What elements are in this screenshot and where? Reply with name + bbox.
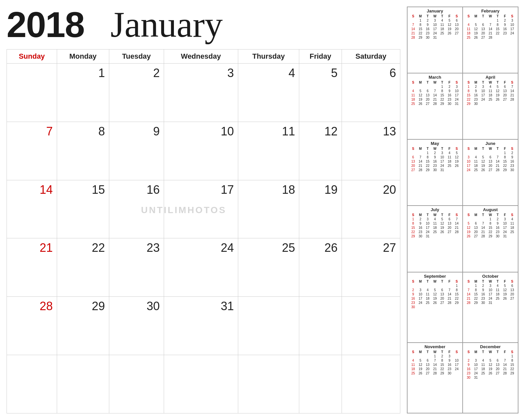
mini-month-title: January	[410, 9, 460, 13]
mini-cal-day	[472, 18, 479, 23]
mini-cal-day: 24	[509, 31, 516, 35]
mini-cal-day: 25	[410, 371, 417, 375]
mini-cal-day: 30	[479, 301, 487, 305]
mini-cal-day: 3	[501, 217, 509, 221]
mini-cal-day: 1	[453, 284, 460, 288]
mini-cal-day: 8	[501, 155, 509, 159]
mini-cal-day: 15	[417, 27, 424, 31]
mini-col-header: W	[487, 80, 494, 85]
mini-cal-day: 24	[487, 296, 494, 301]
big-cal-day: 7	[7, 122, 57, 180]
mini-cal-day: 7	[410, 23, 417, 27]
mini-cal-day: 16	[410, 296, 417, 301]
mini-cal-day: 14	[431, 93, 438, 97]
mini-cal-day: 9	[494, 221, 501, 226]
big-cal-day: 2	[109, 64, 164, 122]
mini-cal-day: 12	[465, 226, 472, 230]
mini-cal-day: 21	[410, 31, 417, 35]
mini-cal-day: 5	[465, 221, 472, 226]
mini-col-header: T	[494, 350, 501, 354]
mini-cal-day: 18	[431, 226, 438, 230]
big-cal-day	[342, 297, 400, 355]
mini-cal-day	[487, 354, 494, 358]
mini-col-header: M	[417, 279, 424, 284]
mini-cal-day: 22	[501, 164, 509, 168]
mini-cal-day	[410, 151, 417, 155]
mini-col-header: W	[487, 350, 494, 354]
mini-cal-day: 22	[487, 230, 494, 234]
mini-col-header: W	[431, 14, 438, 18]
mini-cal-day: 12	[487, 363, 494, 367]
mini-cal-day: 16	[431, 159, 438, 164]
mini-cal-day: 18	[424, 296, 431, 301]
mini-cal-day: 17	[509, 27, 516, 31]
mini-cal-day: 12	[479, 159, 487, 164]
mini-cal-day	[494, 375, 501, 380]
mini-cal-day: 30	[494, 234, 501, 238]
mini-col-header: T	[494, 14, 501, 18]
mini-cal-day: 5	[446, 18, 453, 23]
mini-cal-day: 18	[487, 93, 494, 97]
mini-cal-day: 3	[446, 354, 453, 358]
mini-cal-day: 22	[424, 164, 431, 168]
mini-cal-day: 18	[410, 97, 417, 102]
mini-cal-day: 8	[509, 358, 516, 363]
mini-cal-day: 13	[424, 93, 431, 97]
mini-col-header: S	[509, 279, 516, 284]
mini-month-title: February	[465, 9, 516, 13]
mini-cal-day: 13	[501, 89, 509, 93]
mini-cal-day: 6	[472, 221, 479, 226]
mini-cal-day: 19	[494, 93, 501, 97]
mini-cal-day: 14	[465, 292, 472, 296]
mini-cal-day: 11	[431, 221, 438, 226]
mini-cal-day	[453, 354, 460, 358]
mini-cal-day: 29	[424, 168, 431, 172]
big-cal-day	[342, 355, 400, 413]
mini-col-header: W	[431, 279, 438, 284]
mini-cal-day: 17	[417, 296, 424, 301]
mini-cal-day	[431, 85, 438, 89]
mini-cal-day: 8	[410, 221, 417, 226]
mini-cal-day: 24	[479, 97, 487, 102]
col-saturday: Saturday	[342, 50, 400, 64]
mini-cal-day: 12	[431, 292, 438, 296]
mini-cal-day: 15	[509, 363, 516, 367]
mini-cal-day: 2	[417, 217, 424, 221]
mini-cal-day: 25	[465, 35, 472, 40]
mini-month: AugustSMTWTFS123456789101112131415161718…	[463, 206, 518, 272]
mini-col-header: S	[410, 279, 417, 284]
mini-month: AprilSMTWTFS1234567891011121314151617181…	[463, 73, 518, 139]
mini-cal-day: 22	[439, 97, 446, 102]
big-cal-day: 5	[299, 64, 342, 122]
mini-cal-day: 12	[501, 288, 509, 292]
mini-cal-day: 14	[509, 89, 516, 93]
mini-cal-day	[453, 168, 460, 172]
mini-col-header: S	[410, 213, 417, 217]
big-cal-day	[299, 355, 342, 413]
mini-cal-day: 19	[487, 367, 494, 371]
mini-col-header: T	[479, 14, 487, 18]
mini-cal-day: 21	[431, 367, 438, 371]
mini-cal-day: 1	[509, 354, 516, 358]
mini-cal-day: 26	[417, 102, 424, 106]
mini-cal-day: 22	[472, 296, 479, 301]
mini-cal-day: 4	[439, 18, 446, 23]
mini-cal-day	[494, 35, 501, 40]
mini-cal-day: 15	[472, 292, 479, 296]
big-cal-day	[164, 355, 238, 413]
big-cal-day	[238, 297, 299, 355]
mini-cal-day: 4	[472, 155, 479, 159]
mini-cal-day: 29	[439, 371, 446, 375]
mini-cal-day: 30	[417, 234, 424, 238]
mini-cal-day: 11	[487, 89, 494, 93]
col-sunday: Sunday	[7, 50, 57, 64]
mini-cal-day	[417, 305, 424, 309]
mini-col-header: M	[472, 147, 479, 151]
mini-col-header: T	[424, 80, 431, 85]
mini-cal-day: 5	[417, 89, 424, 93]
mini-cal-day: 22	[410, 230, 417, 234]
mini-col-header: W	[431, 350, 438, 354]
mini-cal-day: 29	[465, 102, 472, 106]
mini-cal-day: 10	[453, 358, 460, 363]
mini-cal-day: 21	[509, 93, 516, 97]
